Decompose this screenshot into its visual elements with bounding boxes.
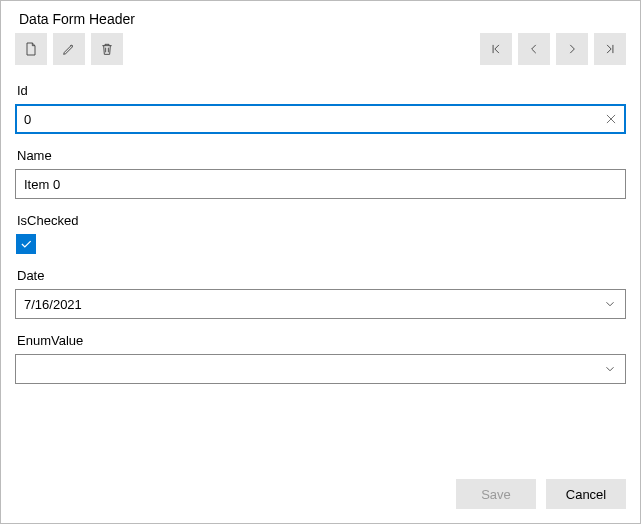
edit-icon: [61, 41, 77, 57]
nav-prev-button[interactable]: [518, 33, 550, 65]
name-label: Name: [17, 148, 626, 163]
ischecked-checkbox[interactable]: [16, 234, 36, 254]
field-ischecked: IsChecked: [15, 213, 626, 254]
edit-button[interactable]: [53, 33, 85, 65]
toolbar-left-group: [15, 33, 123, 65]
close-icon: [604, 112, 618, 126]
footer: Save Cancel: [15, 467, 626, 509]
cancel-button[interactable]: Cancel: [546, 479, 626, 509]
id-input[interactable]: [15, 104, 626, 134]
nav-prev-icon: [527, 42, 541, 56]
nav-first-icon: [489, 42, 503, 56]
delete-icon: [99, 41, 115, 57]
nav-next-icon: [565, 42, 579, 56]
nav-next-button[interactable]: [556, 33, 588, 65]
field-name: Name: [15, 148, 626, 199]
form-header-title: Data Form Header: [19, 11, 626, 27]
name-input[interactable]: [15, 169, 626, 199]
nav-last-button[interactable]: [594, 33, 626, 65]
date-value: 7/16/2021: [24, 297, 603, 312]
chevron-down-icon: [603, 297, 617, 311]
nav-first-button[interactable]: [480, 33, 512, 65]
save-button[interactable]: Save: [456, 479, 536, 509]
delete-button[interactable]: [91, 33, 123, 65]
date-picker[interactable]: 7/16/2021: [15, 289, 626, 319]
check-icon: [19, 237, 33, 251]
new-file-icon: [23, 41, 39, 57]
field-enumvalue: EnumValue: [15, 333, 626, 384]
date-label: Date: [17, 268, 626, 283]
new-button[interactable]: [15, 33, 47, 65]
field-date: Date 7/16/2021: [15, 268, 626, 319]
id-clear-button[interactable]: [604, 112, 618, 126]
nav-last-icon: [603, 42, 617, 56]
ischecked-label: IsChecked: [17, 213, 626, 228]
id-input-wrap: [15, 104, 626, 134]
enumvalue-label: EnumValue: [17, 333, 626, 348]
toolbar: [15, 33, 626, 65]
field-id: Id: [15, 83, 626, 134]
enumvalue-dropdown[interactable]: [15, 354, 626, 384]
toolbar-nav-group: [480, 33, 626, 65]
data-form-window: Data Form Header: [0, 0, 641, 524]
id-label: Id: [17, 83, 626, 98]
chevron-down-icon: [603, 362, 617, 376]
